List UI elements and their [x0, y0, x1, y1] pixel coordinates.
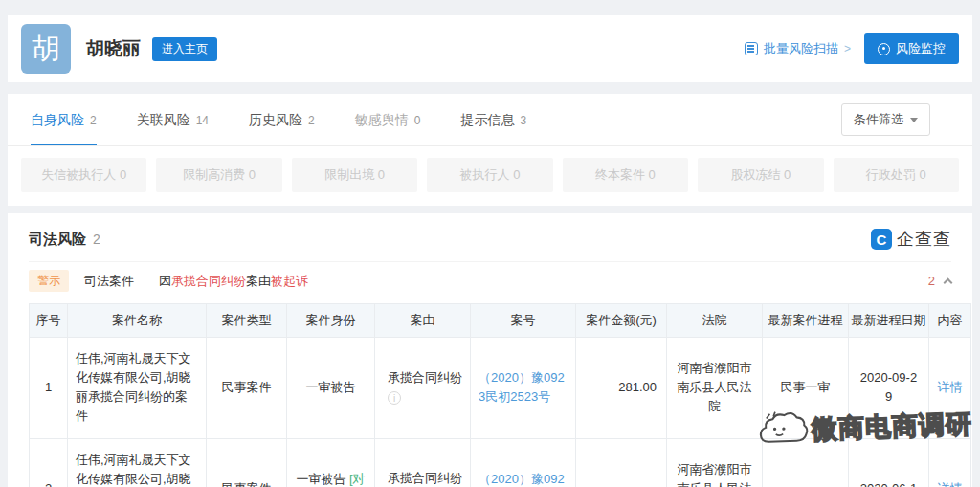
- warning-badge: 警示: [29, 270, 69, 292]
- col-case-name: 案件名称: [68, 304, 207, 338]
- qichacha-brand: C 企查查: [871, 228, 951, 251]
- cell-amount: 281.00: [576, 338, 667, 439]
- case-number-link[interactable]: （2020）豫0923民初2523号: [479, 368, 568, 407]
- sued-link[interactable]: 被起诉: [271, 274, 308, 288]
- tab-label: 敏感舆情: [355, 112, 409, 129]
- tab-count: 2: [308, 114, 315, 127]
- col-amount: 案件金额(元): [576, 304, 667, 338]
- info-icon[interactable]: i: [388, 391, 401, 405]
- cell-case-type: 民事案件: [207, 438, 287, 487]
- col-content: 内容: [929, 304, 971, 338]
- col-no: 序号: [30, 304, 68, 338]
- cell-court: 河南省濮阳市南乐县人民法院: [667, 438, 763, 487]
- tab-label: 自身风险: [31, 112, 84, 129]
- cell-cause: 承揽合同纠纷 i: [375, 438, 471, 487]
- table-row: 1 任伟,河南礼晟天下文化传媒有限公司,胡晓丽承揽合同纠纷的案件 民事案件 一审…: [30, 338, 971, 439]
- tab-count: 0: [414, 114, 421, 127]
- profile-header: 胡 胡晓丽 进入主页 批量风险扫描 > 风险监控: [8, 15, 972, 82]
- judicial-risk-section: 司法风险 2 C 企查查 警示 司法案件 因承揽合同纠纷案由被起诉 2 序号 案…: [8, 213, 972, 487]
- col-case-role: 案件身份: [287, 304, 375, 338]
- alert-right: 2: [928, 274, 951, 288]
- col-case-type: 案件类型: [207, 304, 287, 338]
- risk-monitor-button[interactable]: 风险监控: [864, 33, 959, 64]
- tab-count: 3: [520, 114, 526, 127]
- cell-content: 详情: [929, 438, 971, 487]
- cell-no: 2: [30, 438, 68, 487]
- qichacha-logo-text: 企查查: [897, 228, 951, 251]
- caret-down-icon: [910, 118, 918, 122]
- col-progress-date: 最新进程日期: [849, 304, 929, 338]
- chevron-right-icon: >: [844, 42, 851, 55]
- cell-progress-date: 2020-06-1: [849, 438, 929, 487]
- tab-bar: 自身风险 2 关联风险 14 历史风险 2 敏感舆情 0 提示信息 3 条件筛选: [8, 94, 972, 146]
- chip-exit-restriction[interactable]: 限制出境 0: [292, 158, 417, 192]
- col-cause: 案由: [375, 304, 471, 338]
- tab-count: 14: [196, 114, 209, 127]
- tab-label: 关联风险: [137, 112, 190, 129]
- chip-terminated-case[interactable]: 终本案件 0: [563, 158, 688, 192]
- tab-hint-info[interactable]: 提示信息 3: [460, 94, 526, 145]
- batch-risk-scan-link[interactable]: 批量风险扫描 >: [745, 40, 851, 57]
- judicial-case-alert: 警示 司法案件 因承揽合同纠纷案由被起诉 2: [29, 261, 951, 303]
- risk-chip-row: 失信被执行人 0 限制高消费 0 限制出境 0 被执行人 0 终本案件 0 股权…: [8, 146, 972, 206]
- cell-case-number: （2020）豫0923民初1166号: [471, 438, 576, 487]
- col-court: 法院: [667, 304, 763, 338]
- cell-case-role: 一审被告 [对方不被支持]: [287, 438, 375, 487]
- case-table: 序号 案件名称 案件类型 案件身份 案由 案号 案件金额(元) 法院 最新案件进…: [29, 303, 971, 487]
- cell-cause: 承揽合同纠纷 i: [375, 338, 471, 439]
- avatar: 胡: [21, 24, 71, 74]
- cell-case-role: 一审被告: [287, 338, 375, 439]
- qichacha-logo-icon: C: [871, 229, 892, 250]
- filter-area: 条件筛选: [841, 94, 949, 145]
- detail-link[interactable]: 详情: [938, 378, 963, 397]
- batch-scan-label: 批量风险扫描: [764, 40, 838, 57]
- table-header-row: 序号 案件名称 案件类型 案件身份 案由 案号 案件金额(元) 法院 最新案件进…: [30, 304, 971, 338]
- risk-monitor-label: 风险监控: [896, 40, 946, 57]
- cell-case-number: （2020）豫0923民初2523号: [471, 338, 576, 439]
- page-title: 胡晓丽: [86, 36, 141, 61]
- tab-history-risk[interactable]: 历史风险 2: [249, 94, 315, 145]
- filter-label: 条件筛选: [854, 111, 903, 128]
- cell-progress-date: 2020-09-29: [849, 338, 929, 439]
- cell-case-name: 任伟,河南礼晟天下文化传媒有限公司,胡晓丽承揽合同纠纷的案件: [68, 438, 207, 487]
- cause-link[interactable]: 承揽合同纠纷: [171, 274, 246, 288]
- col-progress: 最新案件进程: [763, 304, 849, 338]
- alert-category: 司法案件: [84, 273, 134, 290]
- condition-filter-button[interactable]: 条件筛选: [841, 103, 930, 136]
- chip-consumption-restriction[interactable]: 限制高消费 0: [156, 158, 281, 192]
- cell-court: 河南省濮阳市南乐县人民法院: [667, 338, 763, 439]
- tab-count: 2: [90, 114, 97, 127]
- cell-case-type: 民事案件: [207, 338, 287, 439]
- risk-tabs-card: 自身风险 2 关联风险 14 历史风险 2 敏感舆情 0 提示信息 3 条件筛选…: [8, 94, 972, 206]
- tab-label: 历史风险: [249, 112, 302, 129]
- alert-count: 2: [928, 274, 935, 288]
- section-count: 2: [93, 232, 100, 247]
- cell-no: 1: [30, 338, 68, 439]
- tab-label: 提示信息: [460, 112, 514, 129]
- cell-content: 详情: [929, 338, 971, 439]
- tab-related-risk[interactable]: 关联风险 14: [137, 94, 209, 145]
- section-header: 司法风险 2 C 企查查: [29, 213, 951, 261]
- cell-amount: -: [576, 438, 667, 487]
- alert-description: 因承揽合同纠纷案由被起诉: [159, 273, 308, 290]
- chip-dishonest-executee[interactable]: 失信被执行人 0: [21, 158, 146, 192]
- case-number-link[interactable]: （2020）豫0923民初1166号: [479, 470, 568, 487]
- batch-scan-icon: [745, 42, 758, 55]
- cell-progress: [763, 438, 849, 487]
- header-actions: 批量风险扫描 > 风险监控: [745, 33, 959, 64]
- chip-admin-penalty[interactable]: 行政处罚 0: [834, 158, 959, 192]
- cell-progress: 民事一审: [763, 338, 849, 439]
- monitor-icon: [878, 43, 890, 55]
- detail-link[interactable]: 详情: [938, 479, 963, 487]
- chevron-up-icon[interactable]: [944, 277, 953, 287]
- tab-self-risk[interactable]: 自身风险 2: [31, 94, 97, 145]
- tab-sensitive-news[interactable]: 敏感舆情 0: [355, 94, 421, 145]
- table-row: 2 任伟,河南礼晟天下文化传媒有限公司,胡晓丽承揽合同纠纷的案件 民事案件 一审…: [30, 438, 971, 487]
- chip-equity-freeze[interactable]: 股权冻结 0: [698, 158, 823, 192]
- cell-case-name: 任伟,河南礼晟天下文化传媒有限公司,胡晓丽承揽合同纠纷的案件: [68, 338, 207, 439]
- section-title: 司法风险: [29, 231, 86, 249]
- col-case-number: 案号: [471, 304, 576, 338]
- chip-executee[interactable]: 被执行人 0: [427, 158, 552, 192]
- enter-homepage-button[interactable]: 进入主页: [152, 37, 217, 61]
